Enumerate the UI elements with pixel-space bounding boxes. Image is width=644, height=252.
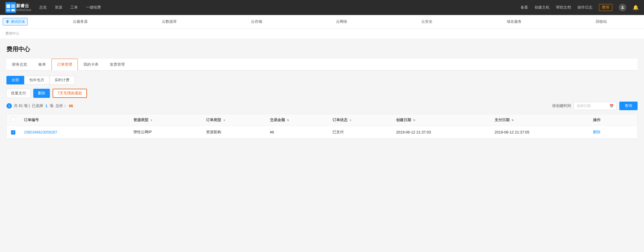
td-order-no: 1560346623059287 [20,126,129,139]
nav-vpc[interactable]: 云网络 [331,15,353,28]
td-status: 已支付 [328,126,392,139]
logo-en-text: XinRuiCloud [16,9,31,12]
tab-bills[interactable]: 账单 [33,59,52,71]
td-pay-date: 2019-06-12 21:37:05 [490,126,589,139]
sub-tab-all[interactable]: 全部 [6,76,24,84]
nav-domain[interactable]: 域名服务 [501,15,527,28]
delete-button[interactable]: 删除 [33,89,50,98]
nav-help[interactable]: 帮助文档 [556,5,571,10]
td-resource-type: 弹性公网IP [129,126,202,139]
sub-tab-realtime[interactable]: 实时计费 [49,76,75,84]
th-create-date[interactable]: 创建日期 ⇅ [392,114,490,126]
status-text: 已支付 [332,130,344,134]
info-text-total: 共 61 项 | [14,103,30,108]
batch-pay-button[interactable]: 批量支付 [6,89,31,98]
svg-rect-3 [6,9,10,11]
tab-order-management[interactable]: 订单管理 [52,59,78,71]
region-label: 测试区域 [11,19,25,24]
nav-ecs[interactable]: 云服务器 [67,15,93,28]
nav-item-resources[interactable]: 资源 [55,5,62,10]
nav-operation-log[interactable]: 操作日志 [577,5,592,10]
breadcrumb-text: 费用中心 [5,31,19,35]
td-checkbox[interactable] [7,126,20,139]
create-date-text: 2019-06-12 21:37:03 [396,130,431,134]
table-container: 订单编号 资源类型 ▼ 订单类型 ▼ 交易金额 ⇅ 订单 [6,114,638,139]
td-action: 删除 [589,126,637,139]
info-price-value: ¥6 [69,104,73,108]
nav-item-tickets[interactable]: 工单 [70,5,78,10]
header-checkbox[interactable] [11,117,15,122]
order-type-filter-icon[interactable]: ▼ [223,119,226,122]
second-navigation: 测试区域 云服务器 云数据库 云存储 云网络 云安全 域名服务 回收站 [0,15,644,28]
tab-cards[interactable]: 我的卡券 [78,59,104,71]
order-no-link[interactable]: 1560346623059287 [24,130,57,134]
second-nav-items: 云服务器 云数据库 云存储 云网络 云安全 域名服务 回收站 [36,15,644,28]
tab-finance-overview[interactable]: 财务总览 [6,59,33,71]
region-badge[interactable]: 测试区域 [3,18,28,25]
query-button[interactable]: 查询 [619,102,638,110]
th-resource-type[interactable]: 资源类型 ▼ [129,114,202,126]
th-pay-date[interactable]: 支付日期 ⇅ [490,114,589,126]
nav-record[interactable]: 备案 [521,5,528,10]
date-placeholder: 选择日期 [577,103,591,108]
date-filter-label: 按创建时间 [552,103,571,108]
logo-icon [5,2,16,13]
row-checkbox[interactable] [11,130,15,135]
nav-oss[interactable]: 云存储 [246,15,268,28]
amount-text: ¥6 [270,130,274,134]
user-icon[interactable] [619,4,626,11]
nav-item-overview[interactable]: 总览 [39,5,47,10]
tabs-container: 财务总览 账单 订单管理 我的卡券 发票管理 [6,59,638,71]
status-filter-icon[interactable]: ▼ [349,119,352,122]
svg-rect-1 [6,4,10,8]
nav-billing[interactable]: 费用 [599,4,612,11]
td-amount: ¥6 [266,126,328,139]
th-checkbox[interactable] [7,114,20,126]
calendar-icon: 📅 [609,104,614,108]
location-icon [6,20,9,24]
top-nav-right: 备案 创建主机 帮助文档 操作日志 费用 🔔 [521,4,639,11]
resource-filter-icon[interactable]: ▼ [150,119,153,122]
th-order-status[interactable]: 订单状态 ▼ [328,114,392,126]
delete-link[interactable]: 删除 [593,130,601,134]
orders-table: 订单编号 资源类型 ▼ 订单类型 ▼ 交易金额 ⇅ 订单 [7,114,637,139]
sub-tab-annual[interactable]: 包年包月 [24,76,49,84]
info-text-price: 总价： [56,103,67,108]
pay-sort-icon[interactable]: ⇅ [511,119,514,122]
top-navigation: 新睿云 XinRuiCloud 总览 资源 工单 一键续费 备案 创建主机 帮助… [0,0,644,15]
amount-sort-icon[interactable]: ⇅ [287,119,289,122]
svg-rect-2 [11,4,15,8]
notification-icon[interactable]: 🔔 [633,5,639,10]
logo[interactable]: 新睿云 XinRuiCloud [5,2,31,13]
nav-item-renew[interactable]: 一键续费 [86,5,101,10]
td-create-date: 2019-06-12 21:37:03 [392,126,490,139]
page-content: 费用中心 财务总览 账单 订单管理 我的卡券 发票管理 全部 包年包月 实时计费… [0,39,644,252]
create-sort-icon[interactable]: ⇅ [413,119,415,122]
info-bar: 1 共 61 项 | 已选择 1 项 总价： ¥6 按创建时间 选择日期 📅 查… [6,102,638,110]
tab-invoices[interactable]: 发票管理 [104,59,130,71]
resource-type-text: 弹性公网IP [133,130,152,134]
logo-cn-text: 新睿云 [16,3,31,8]
top-nav-items: 总览 资源 工单 一键续费 [39,5,521,10]
action-bar: 批量支付 删除 7天无理由退款 [6,89,638,98]
nav-create-host[interactable]: 创建主机 [535,5,550,10]
info-text-items: 项 [50,103,53,108]
order-type-text: 资源新购 [206,130,221,134]
th-amount[interactable]: 交易金额 ⇅ [266,114,328,126]
nav-security[interactable]: 云安全 [416,15,438,28]
table-row: 1560346623059287 弹性公网IP 资源新购 ¥6 已支付 [7,126,637,139]
breadcrumb: 费用中心 [0,28,644,39]
td-order-type: 资源新购 [202,126,265,139]
nav-rds[interactable]: 云数据库 [156,15,182,28]
sub-tabs: 全部 包年包月 实时计费 [6,76,638,84]
svg-rect-4 [11,9,15,11]
date-input[interactable]: 选择日期 📅 [574,102,617,110]
refund-button[interactable]: 7天无理由退款 [53,89,87,98]
table-header-row: 订单编号 资源类型 ▼ 订单类型 ▼ 交易金额 ⇅ 订单 [7,114,637,126]
th-action: 操作 [589,114,637,126]
th-order-type[interactable]: 订单类型 ▼ [202,114,265,126]
th-order-no: 订单编号 [20,114,129,126]
pay-date-text: 2019-06-12 21:37:05 [495,130,529,134]
nav-recycle[interactable]: 回收站 [590,15,612,28]
info-text-selected: 已选择 [32,103,43,108]
